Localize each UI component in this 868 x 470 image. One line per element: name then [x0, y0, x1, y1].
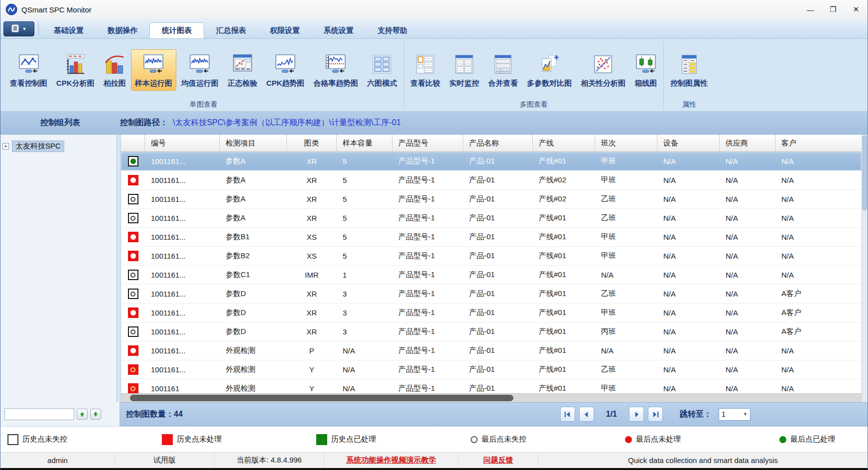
table-cell: 产品型号-1 [392, 285, 463, 303]
maximize-button[interactable]: ❒ [822, 0, 845, 19]
ribbon-button-normality-test[interactable]: 正态检验 [224, 49, 261, 91]
ribbon-button-view-compare[interactable]: 查看比较 [406, 49, 444, 91]
table-cell: 3 [337, 322, 392, 341]
table-row[interactable]: 1001161...参数DXR3产品型号-1产品-01产线#01丙班N/AN/A… [121, 322, 862, 341]
menu-tab-3[interactable]: 统计图表 [149, 22, 204, 38]
panel-splitter[interactable] [117, 135, 121, 402]
table-cell: 产品型号-1 [392, 228, 463, 246]
ribbon-button-view-control-chart[interactable]: 查看控制图 [6, 49, 51, 91]
first-page-button[interactable] [560, 407, 575, 422]
menu-tab-2[interactable]: 数据操作 [96, 22, 149, 38]
column-header[interactable]: 产品型号 [392, 135, 463, 152]
table-row[interactable]: 1001161...参数B1XS5产品型号-1产品-01产线#01甲班N/AN/… [121, 228, 862, 247]
column-header[interactable]: 班次 [595, 135, 657, 152]
ribbon-button-realtime-monitor[interactable]: 实时监控 [445, 49, 483, 91]
table-row[interactable]: 1001161...外观检测PN/A产品型号-1产品-01产线#01N/AN/A… [121, 341, 862, 360]
ribbon-button-six-chart-mode[interactable]: 六图模式 [363, 49, 401, 91]
table-cell: N/A [775, 360, 862, 379]
column-header[interactable]: 图类 [287, 135, 337, 152]
ribbon-button-merge-view[interactable]: 合并查看 [484, 49, 522, 91]
search-up-button[interactable] [77, 409, 88, 420]
column-header[interactable]: 编号 [145, 135, 220, 152]
vertical-scrollbar-thumb[interactable] [863, 136, 867, 210]
ribbon-button-pass-rate-trend[interactable]: 合格率趋势图 [309, 49, 362, 91]
previous-page-button[interactable] [579, 407, 594, 422]
menu-separator [38, 22, 39, 35]
list-icon [11, 24, 20, 34]
ribbon-button-mean-run-chart[interactable]: 均值运行图 [177, 49, 223, 91]
column-header[interactable]: 样本容量 [337, 135, 392, 152]
ribbon-button-cpk-trend[interactable]: CPK趋势图 [262, 49, 309, 91]
table-cell: A客户 [775, 304, 862, 322]
table-cell: 参数B2 [220, 247, 287, 265]
next-page-button[interactable] [629, 407, 644, 422]
ribbon-button-multi-param-compare[interactable]: 多参数对比图 [523, 49, 576, 91]
minimize-button[interactable]: — [799, 0, 822, 19]
column-header[interactable]: 供应商 [720, 135, 775, 152]
ribbon-button-chart-properties[interactable]: 控制图属性 [666, 49, 712, 91]
table-row[interactable]: 1001161...外观检测YN/A产品型号-1产品-01产线#01乙班N/AN… [121, 360, 862, 379]
horizontal-scrollbar[interactable] [121, 393, 862, 402]
table-cell: 产品-01 [463, 171, 533, 189]
feedback-link[interactable]: 问题反馈 [484, 456, 513, 465]
point-status-icon [128, 308, 138, 318]
table-cell: 参数A [220, 171, 287, 189]
column-header[interactable]: 客户 [775, 135, 862, 152]
ribbon-button-correlation-analysis[interactable]: 相关性分析图 [577, 49, 629, 91]
ribbon-button-pareto-chart[interactable]: 柏拉图 [100, 49, 130, 91]
column-header[interactable]: 检测项目 [220, 135, 287, 152]
table-cell: 产品型号-1 [392, 360, 463, 379]
close-button[interactable]: ✕ [845, 0, 868, 19]
jump-page-select[interactable]: 1 ▼ [719, 408, 750, 421]
table-row[interactable]: 1001161...参数DXR3产品型号-1产品-01产线#01乙班N/AN/A… [121, 285, 862, 304]
table-row[interactable]: 1001161...参数AXR5产品型号-1产品-01产线#02甲班N/AN/A… [121, 171, 862, 190]
table-cell: XS [287, 228, 337, 246]
table-cell: 产品-01 [463, 190, 533, 208]
application-menu-button[interactable]: ▼ [3, 21, 34, 36]
search-down-button[interactable] [90, 409, 101, 420]
column-header-status[interactable] [121, 135, 145, 152]
table-cell: N/A [720, 190, 775, 208]
column-header[interactable]: 产线 [533, 135, 595, 152]
ribbon-group-label: 多图查看 [406, 99, 661, 110]
vertical-scrollbar[interactable] [862, 135, 868, 402]
menu-tab-7[interactable]: 支持帮助 [366, 22, 419, 38]
legend-square-red-icon [162, 434, 173, 445]
table-row[interactable]: 1001161...参数AXR5产品型号-1产品-01产线#01乙班N/AN/A… [121, 209, 862, 228]
horizontal-scrollbar-thumb[interactable] [130, 395, 513, 401]
table-row[interactable]: 1001161...参数AXR5产品型号-1产品-01产线#01甲班N/AN/A… [121, 152, 862, 171]
table-cell: N/A [775, 228, 862, 246]
column-header[interactable]: 产品名称 [463, 135, 533, 152]
menu-tab-1[interactable]: 基础设置 [42, 22, 96, 38]
table-cell: N/A [657, 360, 720, 379]
ribbon-button-cpk-analysis[interactable]: CPK分析图 [52, 49, 99, 91]
table-cell: 1001161... [145, 285, 220, 303]
table-cell: 1001161... [145, 322, 220, 341]
legend-square-white-icon [7, 434, 18, 445]
table-cell: 产品型号-1 [392, 171, 463, 189]
pass-rate-trend-icon [325, 52, 347, 77]
ribbon-button-sample-run-chart[interactable]: 样本运行图 [131, 49, 176, 91]
table-cell: A客户 [775, 285, 862, 303]
table-row[interactable]: 1001161...参数AXR5产品型号-1产品-01产线#02乙班N/AN/A… [121, 190, 862, 209]
ribbon-button-box-plot[interactable]: 箱线图 [630, 49, 661, 91]
menu-tab-4[interactable]: 汇总报表 [204, 22, 258, 38]
main-area: + 太友科技SPC 编号检测项目图类样本容量产品型号产品名称产线班次设备供应商客… [0, 135, 868, 402]
last-page-button[interactable] [648, 407, 663, 422]
table-cell: N/A [657, 379, 720, 393]
column-header[interactable]: 设备 [657, 135, 720, 152]
tree-item-root[interactable]: + 太友科技SPC [2, 141, 117, 152]
table-row[interactable]: 1001161...参数DXR3产品型号-1产品-01产线#01甲班N/AN/A… [121, 304, 862, 322]
video-tutorial-link[interactable]: 系统功能操作视频演示教学 [347, 456, 436, 465]
point-status-icon [128, 289, 138, 299]
tree-expand-icon[interactable]: + [2, 143, 9, 150]
menu-tab-5[interactable]: 权限设置 [258, 22, 312, 38]
table-row[interactable]: 1001161...参数B2XS5产品型号-1产品-01产线#01甲班N/AN/… [121, 247, 862, 266]
title-bar: QSmart SPC Monitor — ❒ ✕ [0, 0, 868, 19]
menu-tab-6[interactable]: 系统设置 [312, 22, 366, 38]
tree-search-input[interactable] [4, 408, 74, 420]
legend-item: 历史点未处理 [162, 434, 316, 445]
table-row[interactable]: 1001161外观检测YN/A产品型号-1产品-01产线#01甲班N/AN/AN… [121, 379, 862, 393]
table-row[interactable]: 1001161...参数C1IMR1产品型号-1产品-01产线#01N/AN/A… [121, 266, 862, 285]
table-cell: 3 [337, 285, 392, 303]
